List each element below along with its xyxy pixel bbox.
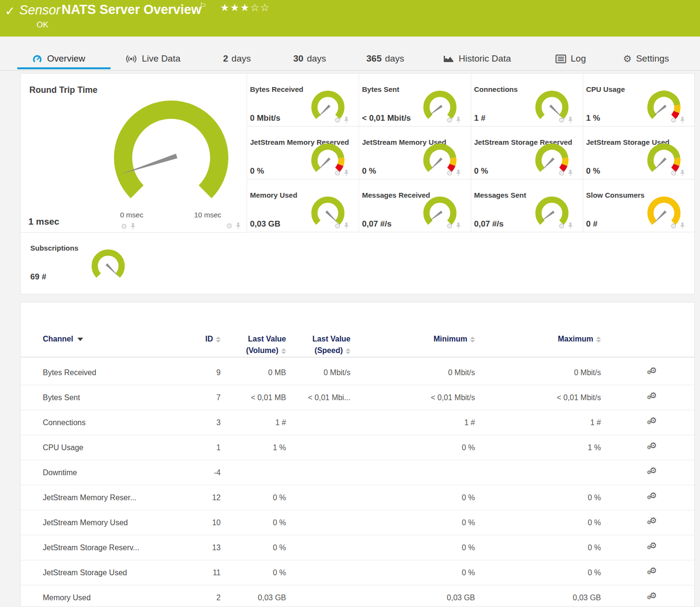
pin-icon[interactable] <box>344 116 349 124</box>
pin-icon[interactable] <box>344 222 349 229</box>
cell-max: 1 % <box>475 443 601 452</box>
table-row-cpu-usage[interactable]: CPU Usage11 %0 %1 %⚙⚙ <box>21 435 694 460</box>
gauge-actions: ⚙ <box>671 169 685 177</box>
gauge-tile-jetstream-memory-reserved: JetStream Memory Reserved0 %⚙ <box>247 126 359 179</box>
channel-settings-gears-icon[interactable]: ⚙⚙ <box>647 417 658 427</box>
pin-icon[interactable] <box>344 169 349 177</box>
pin-icon[interactable] <box>130 223 136 230</box>
tab-days-2[interactable]: 2days <box>223 49 251 68</box>
cell-max: 0,03 GB <box>475 594 601 602</box>
channel-settings-gears-icon[interactable]: ⚙⚙ <box>647 542 658 552</box>
pin-icon[interactable] <box>568 222 573 229</box>
gear-icon[interactable]: ⚙ <box>559 169 565 177</box>
pin-icon[interactable] <box>236 222 241 229</box>
gauge-value: 0 % <box>362 166 376 176</box>
gauge-tile-slow-consumers: Slow Consumers0 #⚙ <box>583 179 695 232</box>
cell-id: 7 <box>187 393 221 402</box>
gear-icon[interactable]: ⚙ <box>447 222 453 229</box>
cell-volume: 0 % <box>221 569 286 577</box>
gear-icon[interactable]: ⚙ <box>226 222 233 229</box>
tab-days-30[interactable]: 30days <box>293 49 326 68</box>
pin-icon[interactable] <box>680 116 685 124</box>
channel-settings-gears-icon[interactable]: ⚙⚙ <box>647 442 658 452</box>
table-row-jetstream-memory-reser-[interactable]: JetStream Memory Reser...120 %0 %0 %⚙⚙ <box>21 485 694 510</box>
column-header-last-value[interactable]: Last Value(Volume) <box>221 333 286 356</box>
gauge-value: 0 % <box>250 166 264 176</box>
channel-settings-gears-icon[interactable]: ⚙⚙ <box>647 567 658 577</box>
gauge-tile-jetstream-storage-used: JetStream Storage Used0 %⚙ <box>583 126 695 179</box>
tab-settings[interactable]: ⚙Settings <box>623 49 669 68</box>
column-header-maximum[interactable]: Maximum <box>475 333 601 345</box>
gear-icon[interactable]: ⚙ <box>335 222 341 229</box>
gear-icon[interactable]: ⚙ <box>559 222 565 229</box>
tab-label-prefix: 365 <box>366 53 382 64</box>
column-label: Last Value <box>312 335 350 343</box>
pin-icon[interactable] <box>680 222 685 229</box>
gauge-tile-bytes-received: Bytes Received0 Mbit/s⚙ <box>247 74 359 126</box>
pin-icon[interactable] <box>456 169 461 177</box>
object-kind-label: Sensor <box>19 3 61 18</box>
pin-icon[interactable] <box>568 116 573 124</box>
pin-icon[interactable] <box>456 222 461 229</box>
cell-id: 1 <box>187 443 221 452</box>
priority-stars[interactable]: ★★★☆☆ <box>220 2 270 13</box>
table-row-jetstream-storage-reserv-[interactable]: JetStream Storage Reserv...130 %0 %0 %⚙⚙ <box>21 535 694 560</box>
table-row-bytes-sent[interactable]: Bytes Sent7< 0,01 MB< 0,01 Mbi...< 0,01 … <box>21 385 694 410</box>
column-header-minimum[interactable]: Minimum <box>350 333 475 345</box>
channel-settings-gears-icon[interactable]: ⚙⚙ <box>647 467 658 477</box>
tab-live-data[interactable]: Live Data <box>125 49 180 68</box>
channel-settings-gears-icon[interactable]: ⚙⚙ <box>647 517 658 527</box>
cell-actions: ⚙⚙ <box>601 442 673 454</box>
column-header-channel[interactable]: Channel <box>43 333 187 345</box>
round-trip-time-gauge <box>100 90 244 222</box>
pin-icon[interactable] <box>456 116 461 124</box>
pin-icon[interactable] <box>680 169 685 177</box>
tab-overview[interactable]: Overview <box>32 49 85 68</box>
pin-icon[interactable] <box>568 169 573 177</box>
column-header-last-value[interactable]: Last Value(Speed) <box>286 333 350 356</box>
cell-min: 0 % <box>350 544 475 552</box>
channel-settings-gears-icon[interactable]: ⚙⚙ <box>647 367 658 377</box>
table-row-bytes-received[interactable]: Bytes Received90 MB0 Mbit/s0 Mbit/s0 Mbi… <box>21 360 694 385</box>
gear-icon[interactable]: ⚙ <box>121 223 127 230</box>
gear-icon[interactable]: ⚙ <box>671 169 677 177</box>
column-header-id[interactable]: ID <box>187 333 221 345</box>
gauge-value: 69 # <box>30 272 46 282</box>
table-row-jetstream-memory-used[interactable]: JetStream Memory Used100 %0 %0 %⚙⚙ <box>21 510 694 535</box>
gear-icon[interactable]: ⚙ <box>671 222 677 229</box>
gauge-value: 0 # <box>586 219 598 229</box>
gauge-tile-jetstream-memory-used: JetStream Memory Used0 %⚙ <box>359 126 471 179</box>
cell-actions: ⚙⚙ <box>601 542 673 554</box>
cell-min: < 0,01 Mbit/s <box>350 393 475 402</box>
tab-log[interactable]: Log <box>555 49 586 68</box>
gauge-tile-bytes-sent: Bytes Sent< 0,01 Mbit/s⚙ <box>359 74 471 126</box>
channel-settings-gears-icon[interactable]: ⚙⚙ <box>647 592 658 602</box>
gauge-tile-subscriptions: Subscriptions69 #⚙ <box>27 232 145 233</box>
channel-settings-gears-icon[interactable]: ⚙⚙ <box>647 492 658 502</box>
column-label: Maximum <box>558 335 593 343</box>
channel-name: JetStream Memory Reser... <box>43 493 187 502</box>
gear-icon[interactable]: ⚙ <box>335 116 341 124</box>
gauge-tile-jetstream-storage-reserved: JetStream Storage Reserved0 %⚙ <box>471 126 583 179</box>
gauge-value: 0 % <box>586 166 600 176</box>
column-label-2: (Volume) <box>246 346 278 354</box>
gear-icon[interactable]: ⚙ <box>447 116 453 124</box>
tab-days-365[interactable]: 365days <box>366 49 404 68</box>
table-row-connections[interactable]: Connections31 #1 #1 #⚙⚙ <box>21 410 694 435</box>
cell-min: 0 Mbit/s <box>350 368 475 377</box>
gauge-value: 0,07 #/s <box>474 219 503 229</box>
gauge-title: Round Trip Time <box>29 85 98 95</box>
tab-historic-data[interactable]: Historic Data <box>443 49 511 68</box>
column-label: ID <box>205 335 213 343</box>
channel-name: Downtime <box>43 468 187 477</box>
flag-icon[interactable]: ⚐ <box>200 1 207 11</box>
gauges-panel: Round Trip Time 0 msec 10 msec 1 msec ⚙ … <box>20 73 695 294</box>
gear-icon[interactable]: ⚙ <box>447 169 453 177</box>
gear-icon[interactable]: ⚙ <box>559 116 565 124</box>
table-row-downtime[interactable]: Downtime-4⚙⚙ <box>21 460 694 485</box>
gear-icon[interactable]: ⚙ <box>671 116 677 124</box>
gear-icon[interactable]: ⚙ <box>335 169 341 177</box>
table-row-memory-used[interactable]: Memory Used20,03 GB0,03 GB0,03 GB⚙⚙ <box>21 585 694 607</box>
table-row-jetstream-storage-used[interactable]: JetStream Storage Used110 %0 %0 %⚙⚙ <box>21 560 694 585</box>
channel-settings-gears-icon[interactable]: ⚙⚙ <box>647 392 658 402</box>
